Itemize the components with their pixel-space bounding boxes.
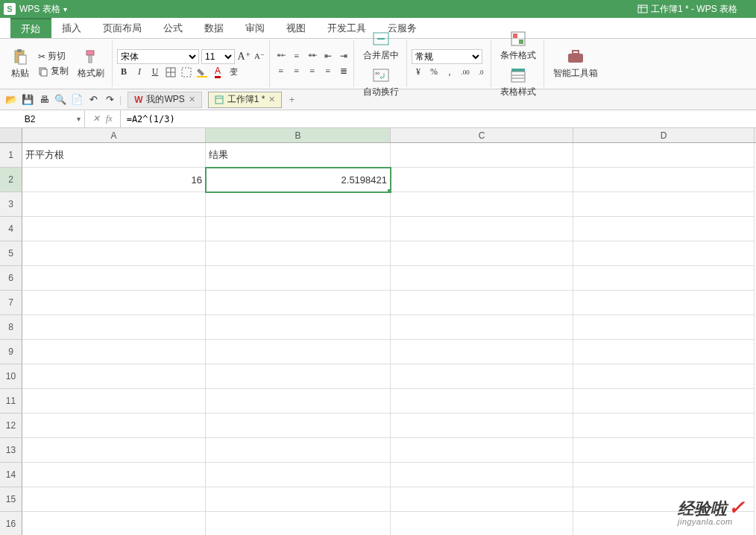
row-header[interactable]: 3 bbox=[0, 192, 22, 217]
cell-B2[interactable]: 2.5198421 bbox=[206, 168, 391, 192]
formula-input[interactable] bbox=[121, 110, 756, 127]
row-header[interactable]: 9 bbox=[0, 340, 22, 364]
row-header[interactable]: 7 bbox=[0, 291, 22, 315]
cell-B11[interactable] bbox=[206, 389, 391, 414]
cell-A4[interactable] bbox=[22, 217, 206, 241]
cell-B8[interactable] bbox=[206, 315, 391, 340]
new-tab-icon[interactable]: + bbox=[285, 93, 298, 107]
cell-C16[interactable] bbox=[391, 512, 573, 535]
row-header[interactable]: 6 bbox=[0, 266, 22, 291]
tab-data[interactable]: 数据 bbox=[194, 18, 235, 38]
cell-B7[interactable] bbox=[206, 291, 391, 315]
align-bottom-icon[interactable]: ⬵ bbox=[306, 50, 319, 63]
cell-C6[interactable] bbox=[391, 266, 573, 291]
cell-D9[interactable] bbox=[573, 340, 755, 364]
copy-button[interactable]: 复制 bbox=[36, 64, 71, 78]
align-middle-icon[interactable]: ≡ bbox=[290, 50, 303, 63]
row-header[interactable]: 8 bbox=[0, 315, 22, 340]
row-header[interactable]: 13 bbox=[0, 438, 22, 463]
close-icon[interactable]: ✕ bbox=[268, 95, 275, 104]
cell-C3[interactable] bbox=[391, 192, 573, 217]
cell-D2[interactable] bbox=[573, 168, 755, 192]
cell-B13[interactable] bbox=[206, 438, 391, 463]
row-header[interactable]: 4 bbox=[0, 217, 22, 241]
phonetic-button[interactable]: 变 bbox=[227, 66, 240, 79]
save-icon[interactable]: 💾 bbox=[21, 93, 34, 107]
paste-button[interactable]: 粘贴 bbox=[7, 46, 34, 81]
cell-C10[interactable] bbox=[391, 364, 573, 389]
underline-button[interactable]: U bbox=[148, 66, 162, 79]
cell-D7[interactable] bbox=[573, 291, 755, 315]
cell-A10[interactable] bbox=[22, 364, 206, 389]
cell-B15[interactable] bbox=[206, 487, 391, 512]
cell-C9[interactable] bbox=[391, 340, 573, 364]
cell-A12[interactable] bbox=[22, 414, 206, 438]
cell-C15[interactable] bbox=[391, 487, 573, 512]
wrap-text-button[interactable]: ab 自动换行 bbox=[359, 65, 403, 100]
cell-D12[interactable] bbox=[573, 414, 755, 438]
align-left-icon[interactable]: ≡ bbox=[274, 65, 288, 78]
print-preview-icon[interactable]: 🔍 bbox=[54, 93, 67, 107]
cell-A6[interactable] bbox=[22, 266, 206, 291]
tab-insert[interactable]: 插入 bbox=[51, 18, 92, 38]
border-style-button[interactable] bbox=[180, 66, 193, 79]
row-header[interactable]: 5 bbox=[0, 241, 22, 266]
cell-A8[interactable] bbox=[22, 315, 206, 340]
decrease-decimal-icon[interactable]: .0 bbox=[474, 66, 488, 79]
cell-C4[interactable] bbox=[391, 217, 573, 241]
print-icon[interactable]: 🖶 bbox=[37, 93, 51, 107]
name-box-dropdown-icon[interactable]: ▾ bbox=[77, 115, 81, 123]
bold-button[interactable]: B bbox=[117, 66, 130, 79]
align-center-icon[interactable]: ≡ bbox=[290, 65, 303, 78]
cell-A14[interactable] bbox=[22, 463, 206, 487]
cell-C11[interactable] bbox=[391, 389, 573, 414]
row-header[interactable]: 10 bbox=[0, 364, 22, 389]
font-size-select[interactable]: 11 bbox=[201, 49, 235, 64]
smart-toolbox-button[interactable]: 智能工具箱 bbox=[549, 46, 602, 81]
align-top-icon[interactable]: ⬴ bbox=[274, 50, 288, 63]
conditional-format-button[interactable]: 条件格式 bbox=[496, 28, 541, 63]
tab-start[interactable]: 开始 bbox=[10, 18, 51, 38]
cell-D1[interactable] bbox=[573, 143, 755, 168]
format-painter-button[interactable]: 格式刷 bbox=[73, 46, 109, 81]
row-header[interactable]: 1 bbox=[0, 143, 22, 168]
cell-C14[interactable] bbox=[391, 463, 573, 487]
distributed-icon[interactable]: ≣ bbox=[337, 65, 350, 78]
table-style-button[interactable]: 表格样式 bbox=[496, 65, 541, 100]
increase-indent-icon[interactable]: ⇥ bbox=[337, 50, 350, 63]
row-header[interactable]: 2 bbox=[0, 168, 22, 192]
cell-C12[interactable] bbox=[391, 414, 573, 438]
borders-button[interactable] bbox=[164, 66, 177, 79]
cut-button[interactable]: ✂ 剪切 bbox=[36, 49, 71, 63]
cell-D14[interactable] bbox=[573, 463, 755, 487]
cell-D3[interactable] bbox=[573, 192, 755, 217]
merge-center-button[interactable]: 合并居中 bbox=[359, 28, 403, 63]
decrease-indent-icon[interactable]: ⇤ bbox=[321, 50, 335, 63]
cell-D11[interactable] bbox=[573, 389, 755, 414]
tab-page-layout[interactable]: 页面布局 bbox=[92, 18, 153, 38]
cell-D13[interactable] bbox=[573, 438, 755, 463]
cell-D8[interactable] bbox=[573, 315, 755, 340]
cell-B14[interactable] bbox=[206, 463, 391, 487]
cell-B12[interactable] bbox=[206, 414, 391, 438]
cell-C8[interactable] bbox=[391, 315, 573, 340]
cell-C13[interactable] bbox=[391, 438, 573, 463]
tab-review[interactable]: 审阅 bbox=[235, 18, 276, 38]
comma-icon[interactable]: , bbox=[443, 66, 456, 79]
col-header-a[interactable]: A bbox=[22, 128, 206, 142]
app-menu-dropdown-icon[interactable]: ▾ bbox=[63, 5, 67, 13]
cell-B9[interactable] bbox=[206, 340, 391, 364]
cell-A7[interactable] bbox=[22, 291, 206, 315]
tab-workbook[interactable]: 工作簿1 * ✕ bbox=[208, 92, 283, 108]
cell-A13[interactable] bbox=[22, 438, 206, 463]
name-box[interactable]: ▾ bbox=[0, 110, 85, 127]
currency-icon[interactable]: ¥ bbox=[412, 66, 425, 79]
cell-D6[interactable] bbox=[573, 266, 755, 291]
increase-font-icon[interactable]: A⁺ bbox=[237, 50, 251, 63]
italic-button[interactable]: I bbox=[133, 66, 146, 79]
tab-my-wps[interactable]: W 我的WPS ✕ bbox=[127, 92, 202, 108]
cell-A9[interactable] bbox=[22, 340, 206, 364]
cell-D4[interactable] bbox=[573, 217, 755, 241]
cell-B5[interactable] bbox=[206, 241, 391, 266]
cell-B4[interactable] bbox=[206, 217, 391, 241]
